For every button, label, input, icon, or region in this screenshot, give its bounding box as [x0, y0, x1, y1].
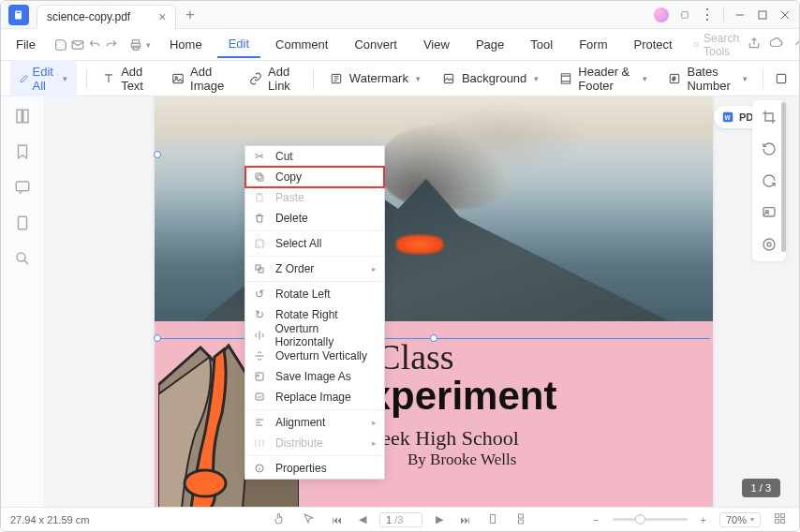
zoom-in-icon[interactable]: + — [697, 512, 710, 527]
next-page-icon[interactable]: ▶ — [432, 511, 447, 527]
print-icon[interactable] — [129, 35, 142, 55]
svg-line-28 — [24, 260, 28, 264]
header-footer-button[interactable]: Header & Footer ▾ — [554, 61, 653, 96]
menu-page[interactable]: Page — [465, 32, 515, 57]
background-button[interactable]: Background ▾ — [436, 67, 544, 90]
zoom-slider[interactable] — [613, 518, 688, 521]
redo-icon[interactable] — [105, 35, 118, 55]
link-icon — [249, 71, 262, 86]
extract-image-icon[interactable] — [762, 205, 777, 220]
select-tool-icon[interactable] — [299, 510, 319, 528]
vertical-scrollbar[interactable] — [781, 102, 786, 252]
submenu-arrow-icon: ▸ — [372, 418, 377, 427]
svg-rect-23 — [17, 110, 22, 123]
selection-handle[interactable] — [154, 334, 161, 342]
volcano-photo[interactable] — [155, 96, 713, 321]
attachment-icon[interactable] — [14, 214, 31, 231]
maximize-icon[interactable] — [756, 8, 769, 22]
bookmark-icon[interactable] — [14, 143, 31, 160]
menu-home[interactable]: Home — [158, 32, 214, 57]
settings-icon[interactable] — [762, 237, 777, 252]
zoom-out-icon[interactable]: − — [589, 512, 602, 527]
kebab-menu-icon[interactable]: ⋮ — [701, 8, 714, 22]
menu-tool[interactable]: Tool — [519, 32, 564, 57]
ctx-cut[interactable]: ✂Cut — [245, 146, 384, 167]
menu-view[interactable]: View — [412, 32, 461, 57]
save-icon[interactable] — [54, 35, 67, 55]
selection-handle[interactable] — [154, 151, 161, 158]
user-avatar[interactable] — [654, 7, 669, 22]
cut-icon: ✂ — [253, 150, 266, 163]
ctx-z-order[interactable]: Z Order▸ — [245, 259, 384, 279]
ctx-delete[interactable]: Delete — [245, 208, 384, 229]
alignment-icon — [253, 416, 266, 429]
cloud-icon[interactable] — [770, 37, 783, 53]
svg-rect-2 — [682, 11, 689, 18]
search-placeholder: Search Tools — [704, 32, 744, 58]
fit-page-icon[interactable] — [770, 510, 790, 528]
prev-page-icon[interactable]: ◀ — [355, 511, 370, 527]
notification-icon[interactable] — [678, 8, 691, 22]
rotate-cw-icon[interactable] — [762, 173, 777, 188]
distribute-icon — [253, 436, 266, 450]
flip-h-icon — [253, 329, 265, 342]
add-text-button[interactable]: Add Text — [96, 61, 156, 96]
svg-point-11 — [694, 42, 698, 46]
crop-icon[interactable] — [762, 110, 777, 125]
share-icon[interactable] — [748, 37, 761, 53]
pdf-page: nce Class : Experiment reek High School … — [155, 96, 713, 507]
undo-icon[interactable] — [88, 35, 101, 55]
search-panel-icon[interactable] — [14, 250, 31, 267]
single-page-icon[interactable] — [483, 511, 502, 528]
context-menu: ✂Cut Copy Paste Delete Select All Z Orde… — [244, 145, 385, 480]
pencil-icon — [20, 72, 28, 85]
ctx-properties[interactable]: Properties — [245, 458, 384, 479]
document-canvas[interactable]: nce Class : Experiment reek High School … — [44, 96, 799, 507]
menu-edit[interactable]: Edit — [217, 31, 260, 58]
tab-close-icon[interactable]: × — [158, 9, 166, 24]
add-link-button[interactable]: Add Link — [244, 61, 304, 96]
ctx-copy[interactable]: Copy — [245, 167, 384, 187]
comment-icon[interactable] — [14, 179, 31, 196]
mail-icon[interactable] — [71, 35, 84, 55]
close-window-icon[interactable] — [778, 8, 792, 22]
selection-handle[interactable] — [430, 334, 437, 342]
menu-protect[interactable]: Protect — [622, 32, 683, 57]
first-page-icon[interactable]: ⏮ — [328, 512, 346, 527]
pdf-word-icon: W — [721, 111, 734, 124]
thumbnails-icon[interactable] — [14, 108, 31, 125]
continuous-icon[interactable] — [511, 511, 530, 528]
collapse-icon[interactable] — [793, 37, 800, 53]
ctx-select-all[interactable]: Select All — [245, 233, 384, 254]
svg-rect-13 — [173, 74, 184, 82]
tab-add-icon[interactable]: + — [185, 7, 194, 23]
add-image-button[interactable]: Add Image — [166, 61, 234, 96]
svg-rect-56 — [519, 514, 524, 518]
ctx-paste: Paste — [245, 187, 384, 208]
menu-convert[interactable]: Convert — [343, 32, 408, 57]
bates-number-button[interactable]: # Bates Number ▾ — [662, 61, 753, 96]
document-tab[interactable]: science-copy.pdf × — [37, 5, 176, 29]
menu-form[interactable]: Form — [568, 32, 618, 57]
svg-rect-4 — [759, 11, 766, 19]
page-input[interactable]: 1/3 — [379, 512, 422, 527]
image-icon — [171, 71, 185, 86]
ctx-rotate-left[interactable]: ↺Rotate Left — [245, 284, 384, 304]
menu-file[interactable]: File — [8, 34, 43, 55]
menu-comment[interactable]: Comment — [264, 32, 339, 57]
edit-all-button[interactable]: Edit All ▾ — [10, 60, 77, 97]
rotate-ccw-icon[interactable] — [762, 141, 777, 156]
more-toolbar-icon[interactable] — [773, 68, 790, 89]
ctx-overturn-h[interactable]: Overturn Horizontally — [245, 325, 384, 346]
ctx-save-image[interactable]: Save Image As — [245, 366, 384, 387]
ctx-alignment[interactable]: Alignment▸ — [245, 412, 384, 433]
hand-tool-icon[interactable] — [270, 510, 289, 528]
search-tools[interactable]: Search Tools — [693, 32, 744, 58]
minimize-icon[interactable] — [733, 8, 747, 22]
watermark-button[interactable]: Watermark ▾ — [323, 67, 426, 90]
last-page-icon[interactable]: ⏭ — [456, 512, 474, 527]
tab-title: science-copy.pdf — [47, 10, 130, 23]
ctx-overturn-v[interactable]: Overturn Vertically — [245, 346, 384, 366]
ctx-replace-image[interactable]: Replace Image — [245, 387, 384, 407]
zoom-value[interactable]: 70%▾ — [719, 512, 761, 527]
